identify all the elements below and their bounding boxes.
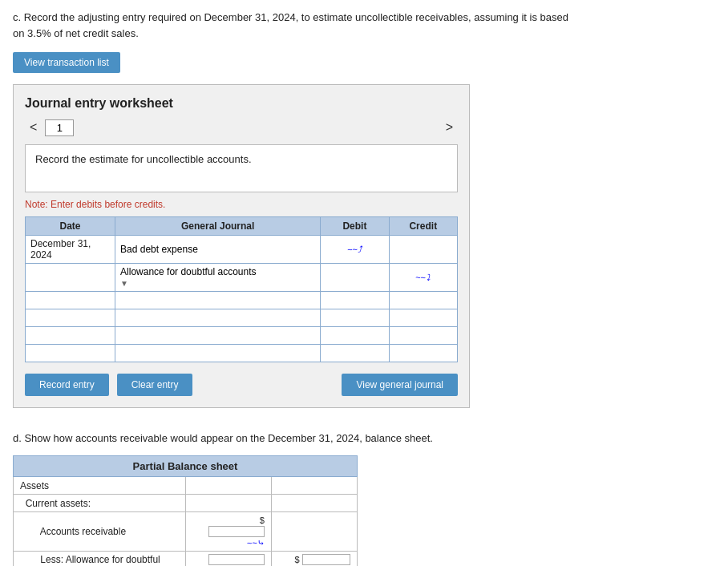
nav-prev-arrow[interactable]: < <box>25 119 42 136</box>
nav-next-arrow[interactable]: > <box>441 119 458 136</box>
current-assets-label: Current assets: <box>14 495 186 512</box>
table-row <box>26 345 458 362</box>
current-assets-v2 <box>271 495 357 512</box>
col-header-credit: Credit <box>389 217 457 236</box>
record-entry-button[interactable]: Record entry <box>25 374 109 396</box>
journal-input-2[interactable] <box>120 266 315 277</box>
worksheet-nav: < > <box>25 119 458 136</box>
table-row <box>26 292 458 309</box>
ar-value-input[interactable]: $ ~~⤷ <box>185 512 271 552</box>
page-number-input[interactable] <box>45 119 74 136</box>
journal-input-4[interactable] <box>120 313 315 324</box>
balance-sheet-table: Partial Balance sheet Assets Current ass… <box>13 455 358 566</box>
intro-text: c. Record the adjusting entry required o… <box>13 10 574 41</box>
current-assets-v1 <box>185 495 271 512</box>
assets-row: Assets <box>14 477 358 495</box>
clear-entry-button[interactable]: Clear entry <box>117 374 193 396</box>
ar-amount-input[interactable] <box>208 526 265 537</box>
debit-cell[interactable]: ~~⤴ <box>321 236 389 264</box>
journal-input-6[interactable] <box>120 348 315 359</box>
date-input-5[interactable] <box>30 330 110 342</box>
balance-sheet-title: Partial Balance sheet <box>14 456 358 477</box>
allowance-row: Less: Allowance for doubtful accounts ~~… <box>14 552 358 567</box>
debit-scribble-1: ~~⤴ <box>347 245 362 255</box>
credit-input-4[interactable] <box>394 313 452 324</box>
table-row <box>26 309 458 327</box>
table-row <box>26 327 458 345</box>
note-text: Note: Enter debits before credits. <box>25 199 458 210</box>
view-general-journal-button[interactable]: View general journal <box>342 374 458 396</box>
credit-input-6[interactable] <box>394 348 452 359</box>
credit-scribble-2: ~~⤵ <box>415 273 431 282</box>
debit-input-4[interactable] <box>326 313 383 324</box>
section-d-text: d. Show how accounts receivable would ap… <box>13 432 574 444</box>
col-header-debit: Debit <box>321 217 389 236</box>
assets-v2 <box>271 477 357 495</box>
ar-v2 <box>271 512 357 552</box>
journal-worksheet: Journal entry worksheet < > Record the e… <box>13 84 470 408</box>
worksheet-title: Journal entry worksheet <box>25 96 458 111</box>
date-cell: December 31, 2024 <box>26 236 115 264</box>
allowance-label: Less: Allowance for doubtful accounts <box>14 552 186 567</box>
credit-cell[interactable] <box>389 236 457 264</box>
table-row: ▼ ~~⤵ <box>26 264 458 292</box>
journal-cell[interactable] <box>115 236 321 264</box>
credit-cell-2[interactable]: ~~⤵ <box>389 264 457 292</box>
allowance-v1[interactable]: ~~ <box>185 552 271 567</box>
debit-input-3[interactable] <box>326 295 383 306</box>
col-header-journal: General Journal <box>115 217 321 236</box>
allowance-amount-input[interactable] <box>208 554 265 565</box>
journal-input-3[interactable] <box>120 295 315 306</box>
col-header-date: Date <box>26 217 115 236</box>
debit-cell-2[interactable] <box>321 264 389 292</box>
journal-cell-2[interactable]: ▼ <box>115 264 321 292</box>
allowance-v2[interactable]: $ ~~ <box>271 552 357 567</box>
date-input-6[interactable] <box>30 348 110 359</box>
ar-label: Accounts receivable <box>14 512 186 552</box>
description-text: Record the estimate for uncollectible ac… <box>35 153 252 165</box>
date-input-3[interactable] <box>30 295 110 306</box>
view-transactions-button[interactable]: View transaction list <box>13 52 120 73</box>
action-row: Record entry Clear entry View general jo… <box>25 374 458 396</box>
debit-input-5[interactable] <box>326 330 383 342</box>
date-cell-2 <box>26 264 115 292</box>
journal-table: Date General Journal Debit Credit Decemb… <box>25 216 458 362</box>
allowance-net-input[interactable] <box>302 554 350 565</box>
accounts-receivable-row: Accounts receivable $ ~~⤷ <box>14 512 358 552</box>
ar-scribble: ~~⤷ <box>247 538 265 548</box>
table-row: December 31, 2024 ~~⤴ <box>26 236 458 264</box>
credit-input-5[interactable] <box>394 330 452 342</box>
description-box: Record the estimate for uncollectible ac… <box>25 144 458 192</box>
journal-input-5[interactable] <box>120 330 315 342</box>
dropdown-arrow[interactable]: ▼ <box>120 279 128 288</box>
debit-input-6[interactable] <box>326 348 383 359</box>
assets-v1 <box>185 477 271 495</box>
assets-label: Assets <box>14 477 186 495</box>
credit-input-3[interactable] <box>394 295 452 306</box>
date-input-4[interactable] <box>30 313 110 324</box>
current-assets-row: Current assets: <box>14 495 358 512</box>
journal-input-1[interactable] <box>120 244 315 255</box>
